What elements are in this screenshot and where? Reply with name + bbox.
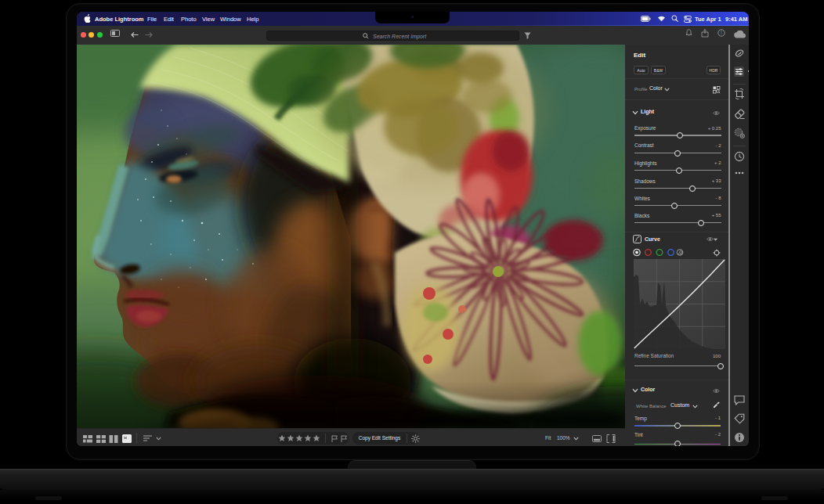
svg-text:!: !	[721, 30, 722, 35]
